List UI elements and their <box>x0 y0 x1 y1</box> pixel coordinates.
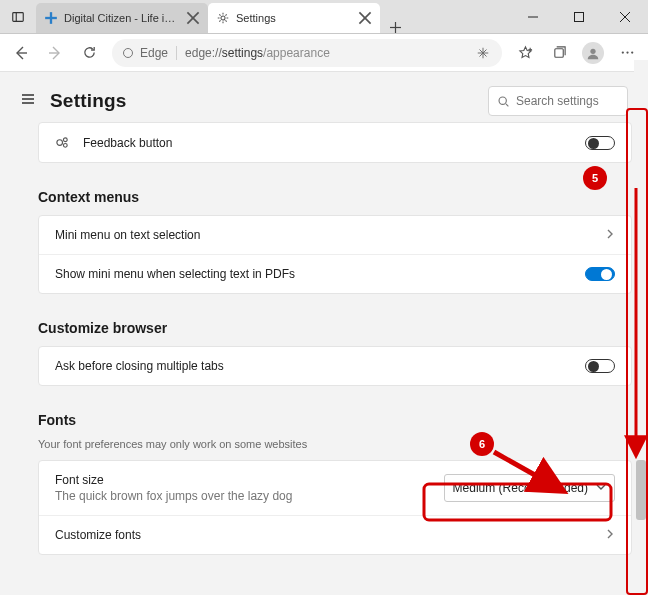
svg-point-24 <box>631 51 633 53</box>
tab-actions-button[interactable] <box>0 10 36 24</box>
fonts-subtitle: Your font preferences may only work on s… <box>38 438 632 450</box>
refresh-button[interactable] <box>72 36 106 70</box>
cross-icon <box>44 11 58 25</box>
browser-tab-2[interactable]: Settings <box>208 3 380 33</box>
feedback-row[interactable]: Feedback button <box>39 123 631 162</box>
feedback-toggle[interactable] <box>585 136 615 150</box>
mini-menu-row[interactable]: Mini menu on text selection <box>39 216 631 254</box>
favorites-button[interactable] <box>508 36 542 70</box>
feedback-card: Feedback button <box>38 122 632 163</box>
edge-icon <box>122 47 134 59</box>
collections-button[interactable] <box>542 36 576 70</box>
mini-menu-pdf-row[interactable]: Show mini menu when selecting text in PD… <box>39 254 631 293</box>
fonts-title: Fonts <box>38 412 632 428</box>
settings-content: Feedback button Context menus Mini menu … <box>0 122 648 571</box>
chevron-right-icon <box>605 528 615 542</box>
new-tab-button[interactable] <box>380 22 410 33</box>
svg-rect-0 <box>13 12 24 21</box>
sparkle-icon[interactable] <box>474 46 492 60</box>
mini-menu-pdf-label: Show mini menu when selecting text in PD… <box>55 267 585 281</box>
menu-icon[interactable] <box>20 91 40 111</box>
feedback-icon <box>55 135 73 150</box>
svg-point-23 <box>626 51 628 53</box>
font-size-value: Medium (Recommended) <box>453 481 588 495</box>
svg-point-21 <box>590 48 595 53</box>
page-title: Settings <box>50 90 127 112</box>
font-size-label: Font size <box>55 473 444 487</box>
customize-fonts-label: Customize fonts <box>55 528 605 542</box>
ask-close-label: Ask before closing multiple tabs <box>55 359 585 373</box>
fonts-card: Font size The quick brown fox jumps over… <box>38 460 632 555</box>
forward-button[interactable] <box>38 36 72 70</box>
font-size-dropdown[interactable]: Medium (Recommended) <box>444 474 615 502</box>
customize-browser-card: Ask before closing multiple tabs <box>38 346 632 386</box>
window-close-button[interactable] <box>602 0 648 33</box>
back-button[interactable] <box>4 36 38 70</box>
address-engine: Edge <box>140 46 168 60</box>
customize-fonts-row[interactable]: Customize fonts <box>39 515 631 554</box>
close-icon[interactable] <box>358 11 372 25</box>
address-path: /appearance <box>263 46 330 60</box>
settings-search[interactable] <box>488 86 628 116</box>
window-minimize-button[interactable] <box>510 0 556 33</box>
svg-line-29 <box>506 103 508 105</box>
address-scheme: edge:// <box>185 46 222 60</box>
svg-point-22 <box>621 51 623 53</box>
svg-rect-20 <box>554 49 562 57</box>
svg-rect-3 <box>45 17 57 19</box>
svg-point-31 <box>63 138 67 142</box>
separator <box>176 46 177 60</box>
context-menus-card: Mini menu on text selection Show mini me… <box>38 215 632 294</box>
address-bar[interactable]: Edge edge://settings/appearance <box>112 39 502 67</box>
context-menus-title: Context menus <box>38 189 632 205</box>
mini-menu-label: Mini menu on text selection <box>55 228 605 242</box>
window-titlebar: Digital Citizen - Life in a digital w Se… <box>0 0 648 34</box>
font-size-sample: The quick brown fox jumps over the lazy … <box>55 489 444 503</box>
browser-tab-1[interactable]: Digital Citizen - Life in a digital w <box>36 3 208 33</box>
svg-point-30 <box>57 140 63 146</box>
settings-search-input[interactable] <box>516 94 619 108</box>
customize-browser-title: Customize browser <box>38 320 632 336</box>
search-icon <box>497 95 510 108</box>
feedback-label: Feedback button <box>83 136 585 150</box>
svg-point-28 <box>499 97 506 104</box>
chevron-down-icon <box>596 481 606 495</box>
font-size-row[interactable]: Font size The quick brown fox jumps over… <box>39 461 631 515</box>
profile-avatar[interactable] <box>582 42 604 64</box>
mini-menu-pdf-toggle[interactable] <box>585 267 615 281</box>
close-icon[interactable] <box>186 11 200 25</box>
svg-point-17 <box>124 48 133 57</box>
address-host: settings <box>222 46 263 60</box>
chevron-right-icon <box>605 228 615 242</box>
gear-icon <box>216 11 230 25</box>
tab-title: Settings <box>236 12 352 24</box>
tab-title: Digital Citizen - Life in a digital w <box>64 12 180 24</box>
settings-header: Settings <box>0 72 648 122</box>
ask-close-toggle[interactable] <box>585 359 615 373</box>
browser-toolbar: Edge edge://settings/appearance <box>0 34 648 72</box>
svg-rect-12 <box>575 12 584 21</box>
scrollbar-thumb[interactable] <box>636 460 646 520</box>
window-maximize-button[interactable] <box>556 0 602 33</box>
scrollbar-track[interactable] <box>634 60 648 595</box>
svg-point-32 <box>63 143 67 147</box>
svg-point-6 <box>221 16 225 20</box>
ask-close-row[interactable]: Ask before closing multiple tabs <box>39 347 631 385</box>
